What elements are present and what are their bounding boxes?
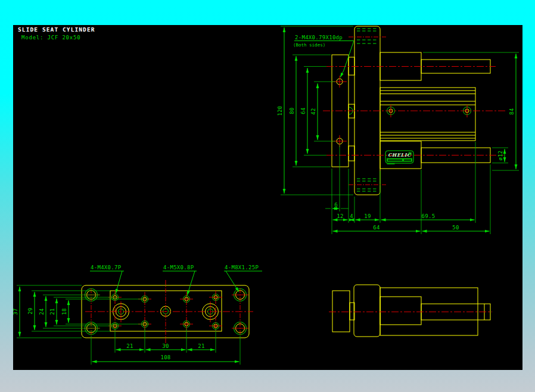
m4-note-text: 4-M4X0.7P (91, 265, 122, 270)
dim-4: 4 (350, 213, 353, 219)
dim-64-vertical: 64 (300, 107, 306, 114)
dim-120: 120 (277, 105, 283, 116)
dim-19: 19 (364, 213, 371, 219)
dim-50: 50 (452, 225, 459, 231)
dim-dia12: ø12 (497, 150, 503, 160)
dim-84: 84 (509, 108, 515, 114)
brand-nameplate: CHELIC (385, 151, 413, 164)
drawing-canvas: SLIDE SEAT CYLINDER Model: JCF 20x50 (13, 25, 522, 370)
m8-note-leader (226, 271, 239, 292)
model-label: Model: JCF 20x50 (21, 35, 81, 41)
dim-6: 6 (334, 202, 338, 208)
dim-21-a: 21 (126, 343, 133, 349)
m8-note-text: 4-M8X1.25P (225, 265, 259, 270)
dim-42: 42 (310, 108, 316, 114)
front-view-dimension-labels: 120 80 64 42 84 ø12 6 12 4 19 69.5 64 50 (277, 105, 515, 231)
dim-21-b: 21 (198, 343, 204, 349)
m5-note-text: 4-M5X0.8P (163, 265, 194, 270)
dim-108: 108 (160, 354, 170, 360)
m4-note-leader (116, 271, 122, 294)
dim-18: 18 (61, 308, 67, 315)
cad-drawing: SLIDE SEAT CYLINDER Model: JCF 20x50 (13, 25, 522, 370)
front-view-extension-lines (281, 26, 519, 234)
dim-69-5: 69.5 (422, 213, 436, 219)
dim-29: 29 (27, 307, 33, 314)
dim-21-left: 21 (49, 308, 55, 315)
thread-note-text: 2-M4X0.79X10dp (295, 35, 343, 41)
side-view-geometry (332, 285, 490, 337)
front-view-thread-note: 2-M4X0.79X10dp (Both sides) (293, 35, 354, 77)
m5-note-leader (187, 271, 195, 295)
dim-12: 12 (337, 213, 343, 219)
plan-view-dimension-labels: 37 29 24 21 18 21 30 21 108 (13, 307, 205, 360)
dim-30: 30 (162, 343, 169, 349)
brand-logo: CHELIC (388, 152, 412, 158)
thread-note-leader (340, 41, 354, 78)
dim-37: 37 (13, 308, 18, 315)
front-view-dimension-lines (284, 27, 516, 231)
thread-note-sub-text: (Both sides) (293, 42, 325, 48)
dim-64-bottom: 64 (373, 225, 380, 231)
front-view-hidden-threads (357, 29, 378, 191)
plan-view-centerlines (84, 280, 253, 346)
dim-24: 24 (39, 308, 45, 315)
dim-80: 80 (289, 107, 295, 114)
plan-view-extension-lines (17, 285, 240, 365)
page-title: SLIDE SEAT CYLINDER (18, 26, 95, 33)
